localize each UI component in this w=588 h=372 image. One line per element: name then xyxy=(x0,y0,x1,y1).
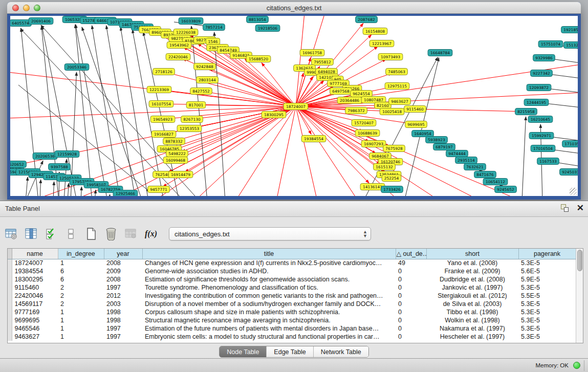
table-row[interactable]: 1830029562008Estimation of significance … xyxy=(8,275,576,283)
cell-short[interactable]: Hescheler et al. (1997) xyxy=(426,333,518,341)
table-scrollbar[interactable] xyxy=(576,249,583,343)
network-node[interactable]: 20053346 xyxy=(64,64,89,71)
network-node[interactable]: 8471676 xyxy=(474,171,496,178)
cell-out_degree[interactable]: 0 xyxy=(396,300,426,308)
cell-in_degree[interactable]: 1 xyxy=(58,324,104,333)
network-node[interactable]: 6497568 xyxy=(330,88,352,95)
table-selector-dropdown[interactable]: citations_edges.txt ▲▼ xyxy=(169,227,371,240)
float-panel-icon[interactable] xyxy=(560,204,570,213)
network-node[interactable]: 19166827 xyxy=(151,131,176,138)
network-node[interactable]: 19384554 xyxy=(301,136,326,142)
network-node[interactable]: 15688520 xyxy=(246,56,271,62)
network-node[interactable]: 2935114 xyxy=(455,157,477,164)
network-node[interactable]: 22420046 xyxy=(166,54,190,60)
cell-out_degree[interactable]: 0 xyxy=(396,283,426,292)
cell-title[interactable]: Embryonic stem cells: a model to study s… xyxy=(142,333,396,341)
cell-short[interactable]: Nakamura et al. (1997) xyxy=(426,324,518,333)
table-row[interactable]: 911546021997Tourette syndrome. Phenomeno… xyxy=(8,283,576,292)
cell-short[interactable]: Wolkin et al. (1998) xyxy=(426,316,518,324)
unselect-all-button[interactable] xyxy=(62,226,80,242)
network-node[interactable]: 20206536 xyxy=(33,153,57,160)
table-row[interactable]: 969969511998Structural magnetic resonanc… xyxy=(8,316,576,324)
network-node[interactable]: 7857214 xyxy=(203,24,225,31)
cell-year[interactable]: 2012 xyxy=(104,292,142,300)
network-node[interactable]: 817001 xyxy=(186,102,206,108)
network-node[interactable]: 1546 xyxy=(206,38,220,45)
cell-name[interactable]: 9699695 xyxy=(12,316,58,324)
network-node[interactable]: 9624554 xyxy=(351,91,373,97)
show-column-button[interactable] xyxy=(23,226,40,242)
network-node[interactable]: 9474444 xyxy=(446,150,468,157)
close-panel-icon[interactable]: ✕ xyxy=(577,204,584,213)
network-node[interactable]: 7632621 xyxy=(464,164,486,170)
network-node[interactable]: 6879197 xyxy=(433,144,455,150)
network-node[interactable]: 12159928 xyxy=(55,151,79,158)
cell-name[interactable]: 9463627 xyxy=(12,333,58,341)
cell-in_degree[interactable]: 6 xyxy=(58,275,104,283)
network-node[interactable]: 2520652 xyxy=(10,161,26,168)
network-node[interactable]: 9329986 xyxy=(533,55,555,61)
window-titlebar[interactable]: citations_edges.txt xyxy=(7,2,581,14)
network-node[interactable]: 19218506 xyxy=(255,25,280,32)
column-header-out_degree[interactable]: △ out_de… xyxy=(396,249,426,259)
cell-out_degree[interactable]: 0 xyxy=(396,292,426,300)
column-header-short[interactable]: short xyxy=(426,249,518,259)
cell-in_degree[interactable]: 1 xyxy=(58,308,104,316)
cell-year[interactable]: 2008 xyxy=(104,259,142,267)
tab-network-table[interactable]: Network Table xyxy=(314,346,368,357)
cell-year[interactable]: 2008 xyxy=(104,275,142,283)
network-node[interactable]: 8427552 xyxy=(190,88,212,95)
network-node[interactable]: 9115460 xyxy=(404,106,426,113)
network-node[interactable]: 8878332 xyxy=(163,138,185,145)
cell-short[interactable]: Tibbo et al. (1998) xyxy=(426,308,518,316)
column-header-year[interactable]: year xyxy=(104,249,142,259)
network-graph[interactable]: 6405574206914061065328715278026466160107… xyxy=(10,16,578,196)
network-node[interactable]: 252254 xyxy=(382,175,401,182)
network-node[interactable]: 12213967 xyxy=(369,40,394,47)
cell-out_degree[interactable]: 0 xyxy=(396,275,426,283)
network-node[interactable]: 12925466 xyxy=(113,190,138,196)
network-node[interactable]: 9227342 xyxy=(531,70,553,77)
cell-title[interactable]: Genome-wide association studies in ADHD. xyxy=(142,267,396,275)
network-node[interactable]: 15720407 xyxy=(352,120,376,126)
cell-name[interactable]: 18300295 xyxy=(12,275,58,283)
cell-title[interactable]: Corpus callosum shape and size in male p… xyxy=(142,308,396,316)
cell-in_degree[interactable]: 6 xyxy=(58,267,104,275)
cell-out_degree[interactable]: 0 xyxy=(396,267,426,275)
cell-name[interactable]: 22420046 xyxy=(12,292,58,300)
tab-edge-table[interactable]: Edge Table xyxy=(267,346,313,357)
network-node[interactable]: 9397588 xyxy=(49,164,71,170)
table-row[interactable]: 1872400712008Changes of HCN gene express… xyxy=(8,259,576,267)
network-node[interactable]: 8267130 xyxy=(181,116,203,123)
network-node[interactable]: 1640954 xyxy=(412,130,434,137)
cell-in_degree[interactable]: 1 xyxy=(58,333,104,341)
table-row[interactable]: 946362711997Embryonic stem cells: a mode… xyxy=(8,333,576,341)
network-node[interactable]: 12093872 xyxy=(527,84,551,91)
network-node[interactable]: 1167533 xyxy=(537,158,559,165)
network-node[interactable]: 15751074 xyxy=(538,41,563,48)
cell-short[interactable]: Dudbridge et al. (2008) xyxy=(426,275,518,283)
cell-short[interactable]: de Silva et al. (2003) xyxy=(426,300,518,308)
network-node[interactable]: 16914479 xyxy=(168,171,193,178)
table-row[interactable]: 977716911998Corpus callosum shape and si… xyxy=(8,308,576,316)
table-row[interactable]: 946554611997Estimation of the future num… xyxy=(8,324,576,333)
network-node[interactable]: 9242848 xyxy=(194,63,216,70)
column-header-title[interactable]: title xyxy=(142,249,396,259)
network-node[interactable]: 12213369 xyxy=(147,86,171,93)
column-header-in_degree[interactable]: in_degree xyxy=(58,249,104,259)
network-node[interactable]: 2718126 xyxy=(153,69,175,75)
cell-name[interactable]: 14569117 xyxy=(12,300,58,308)
network-node[interactable]: 2803144 xyxy=(197,77,219,83)
cell-name[interactable]: 19384554 xyxy=(12,267,58,275)
network-node[interactable]: 9245652 xyxy=(495,186,517,193)
table-scrollbar-thumb[interactable] xyxy=(577,250,582,271)
cell-short[interactable]: Stergiakouli et al. (2012) xyxy=(426,292,518,300)
network-node[interactable]: 16154808 xyxy=(363,28,387,35)
network-node[interactable]: 7485063 xyxy=(386,69,408,75)
network-node[interactable]: 19543962 xyxy=(167,42,191,49)
network-node[interactable]: 16107554 xyxy=(149,101,173,107)
network-node[interactable]: 9245031 xyxy=(560,169,578,176)
cell-short[interactable]: Yano et al. (2008) xyxy=(426,259,518,267)
network-node[interactable]: 12226038 xyxy=(173,29,198,36)
network-node[interactable]: 18724007 xyxy=(284,103,308,110)
